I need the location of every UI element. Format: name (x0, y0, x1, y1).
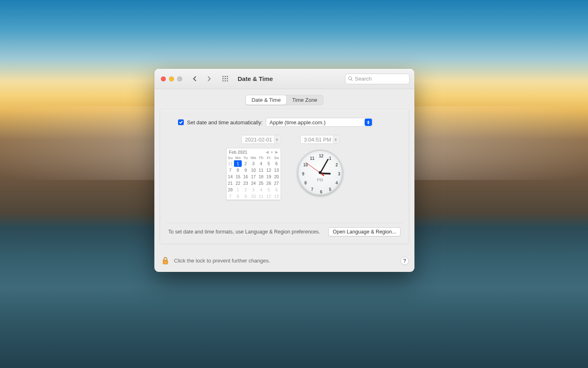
search-placeholder: Search (355, 76, 372, 82)
calendar-day: 28 (227, 186, 234, 193)
calendar-day: 1 (234, 160, 242, 167)
calendar-day: 9 (242, 193, 249, 200)
open-language-region-button[interactable]: Open Language & Region... (328, 227, 401, 236)
svg-point-2 (227, 76, 228, 77)
calendar-day: 9 (242, 167, 249, 173)
tab-date-time[interactable]: Date & Time (246, 95, 287, 105)
clock-number: 2 (336, 163, 338, 167)
calendar-day: 2 (242, 160, 249, 167)
time-stepper-buttons (333, 136, 339, 143)
time-field-value: 3:04:51 PM (304, 137, 331, 143)
clock-number: 8 (305, 181, 307, 185)
svg-point-5 (227, 78, 228, 79)
calendar-dow: Sa (273, 155, 281, 160)
calendar-day: 19 (265, 173, 273, 180)
clock-number: 9 (302, 172, 305, 176)
calendar-day: 26 (265, 180, 273, 186)
calendar-dow: Fr (265, 155, 273, 160)
calendar-day: 5 (265, 186, 273, 193)
time-stepper: 3:04:51 PM (300, 135, 340, 144)
calendar-day: 6 (273, 160, 281, 167)
close-window-button[interactable] (161, 76, 166, 81)
time-server-value: Apple (time.apple.com.) (270, 119, 325, 126)
svg-point-0 (222, 76, 223, 77)
calendar-day: 3 (249, 186, 257, 193)
calendar-day: 4 (257, 186, 265, 193)
clock-number: 6 (320, 190, 323, 194)
clock-number: 4 (336, 181, 338, 185)
date-stepper-buttons (274, 136, 280, 143)
window-title: Date & Time (238, 75, 273, 82)
search-icon (348, 76, 353, 81)
calendar-day: 2 (242, 186, 249, 193)
calendar-day: 11 (257, 167, 265, 173)
calendar-day: 5 (265, 160, 273, 167)
svg-rect-10 (163, 260, 168, 261)
date-stepper: 2021-02-01 (241, 135, 281, 144)
analog-clock: PM 121234567891011 (297, 150, 343, 195)
calendar-dow: Th (257, 155, 265, 160)
calendar-day: 18 (257, 173, 265, 180)
calendar-dow: Tu (242, 155, 249, 160)
calendar-day: 1 (234, 186, 242, 193)
calendar-day: 13 (273, 167, 281, 173)
calendar-day: 24 (249, 180, 257, 186)
calendar-day: 12 (265, 167, 273, 173)
clock-number: 1 (329, 156, 332, 160)
calendar-day: 10 (249, 193, 257, 200)
calendar-day: 23 (242, 180, 249, 186)
calendar-day: 22 (234, 180, 242, 186)
calendar: Feb 2021 ◀ ● ▶ SuMoTuWeThFrSa31123456789… (226, 148, 281, 200)
dropdown-arrows-icon (365, 119, 372, 126)
calendar-day: 10 (249, 167, 257, 173)
set-automatically-label: Set date and time automatically: (187, 119, 263, 126)
calendar-day: 4 (257, 160, 265, 167)
calendar-day: 17 (249, 173, 257, 180)
tab-time-zone[interactable]: Time Zone (286, 95, 323, 105)
calendar-dow: We (249, 155, 257, 160)
svg-point-4 (225, 78, 226, 79)
calendar-day: 6 (273, 186, 281, 193)
lock-icon[interactable] (162, 256, 169, 265)
calendar-day: 20 (273, 173, 281, 180)
minimize-window-button[interactable] (169, 76, 174, 81)
calendar-day: 21 (227, 180, 234, 186)
clock-number: 5 (329, 187, 332, 192)
lock-bar: Click the lock to prevent further change… (154, 251, 414, 272)
calendar-day: 14 (227, 173, 234, 180)
svg-point-1 (225, 76, 226, 77)
preferences-window: Date & Time Search Date & Time Time Zone… (154, 69, 414, 272)
calendar-day: 7 (227, 193, 234, 200)
calendar-day: 11 (257, 193, 265, 200)
lock-text: Click the lock to prevent further change… (174, 258, 396, 264)
help-button[interactable]: ? (401, 257, 409, 265)
back-button[interactable] (189, 74, 200, 84)
show-all-button[interactable] (220, 74, 230, 84)
calendar-day: 8 (234, 193, 242, 200)
titlebar: Date & Time Search (154, 69, 414, 89)
clock-ampm: PM (317, 178, 323, 182)
svg-point-6 (222, 80, 223, 81)
calendar-day: 31 (227, 160, 234, 167)
format-hint: To set date and time formats, use Langua… (168, 229, 320, 235)
calendar-day: 12 (265, 193, 273, 200)
clock-number: 11 (310, 156, 314, 160)
svg-point-8 (227, 80, 228, 81)
svg-point-7 (225, 80, 226, 81)
clock-number: 10 (303, 163, 308, 167)
date-time-panel: Set date and time automatically: Apple (… (160, 109, 409, 244)
calendar-next-icon: ▶ (275, 150, 278, 154)
search-input[interactable]: Search (345, 74, 410, 84)
calendar-prev-icon: ◀ (266, 150, 269, 154)
calendar-day: 27 (273, 180, 281, 186)
calendar-day: 3 (249, 160, 257, 167)
calendar-dow: Mo (234, 155, 242, 160)
clock-number: 7 (311, 187, 314, 192)
calendar-day: 8 (234, 167, 242, 173)
forward-button (203, 74, 214, 84)
time-server-combo[interactable]: Apple (time.apple.com.) (266, 118, 373, 127)
calendar-day: 15 (234, 173, 242, 180)
zoom-window-button (177, 76, 182, 81)
tabs: Date & Time Time Zone (160, 95, 409, 105)
set-automatically-checkbox[interactable] (178, 119, 184, 125)
